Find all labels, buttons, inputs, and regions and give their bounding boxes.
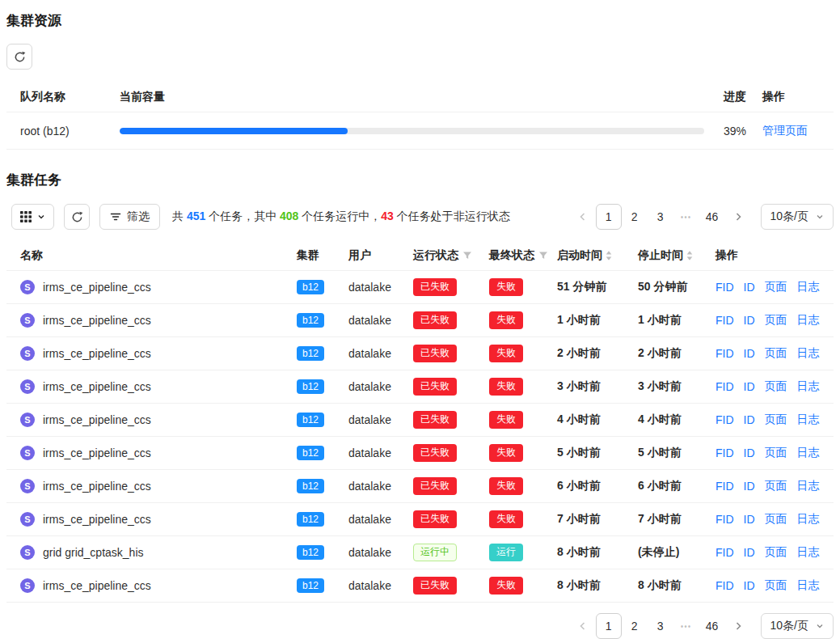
- manage-page-link[interactable]: 管理页面: [762, 124, 808, 137]
- fid-link[interactable]: FID: [715, 446, 734, 459]
- page-link[interactable]: 页面: [765, 379, 787, 394]
- task-name: irms_ce_pipeline_ccs: [43, 513, 151, 526]
- fid-link[interactable]: FID: [715, 281, 734, 294]
- stop-time: 8 小时前: [638, 578, 715, 593]
- id-link[interactable]: ID: [744, 281, 755, 294]
- id-link[interactable]: ID: [744, 314, 755, 327]
- resources-table-row: root (b12) 39% 管理页面: [6, 112, 834, 150]
- page-link[interactable]: 页面: [765, 578, 787, 593]
- log-link[interactable]: 日志: [797, 545, 820, 560]
- id-link[interactable]: ID: [744, 446, 755, 459]
- col-header-actions: 操作: [715, 248, 834, 263]
- page-link[interactable]: 页面: [765, 479, 787, 493]
- spark-avatar-icon: S: [20, 545, 35, 560]
- fid-link[interactable]: FID: [715, 413, 734, 426]
- log-link[interactable]: 日志: [797, 479, 820, 493]
- log-link[interactable]: 日志: [797, 379, 820, 394]
- page-button-46[interactable]: 46: [699, 204, 725, 230]
- pagination-ellipsis[interactable]: •••: [673, 622, 699, 631]
- next-page-button[interactable]: [725, 613, 751, 639]
- page-button-2[interactable]: 2: [622, 204, 648, 230]
- run-status-badge: 已失败: [413, 510, 457, 528]
- fid-link[interactable]: FID: [715, 513, 734, 526]
- id-link[interactable]: ID: [744, 513, 755, 526]
- id-link[interactable]: ID: [744, 413, 755, 426]
- task-summary: 共 451 个任务，其中 408 个任务运行中，43 个任务处于非运行状态: [172, 209, 510, 224]
- page-link[interactable]: 页面: [765, 545, 787, 560]
- page-size-select[interactable]: 10条/页: [761, 613, 834, 639]
- chevron-right-icon: [733, 621, 743, 631]
- filter-lines-icon: [110, 211, 121, 222]
- id-link[interactable]: ID: [744, 347, 755, 360]
- layout-dropdown-button[interactable]: [11, 204, 54, 230]
- log-link[interactable]: 日志: [797, 280, 820, 294]
- id-link[interactable]: ID: [744, 546, 755, 559]
- log-link[interactable]: 日志: [797, 578, 820, 593]
- pagination-top: 1 2 3 ••• 46 10条/页: [570, 204, 834, 230]
- page: 集群资源 队列名称 当前容量 进度 操作 root (b12) 39% 管理: [0, 0, 840, 639]
- fid-link[interactable]: FID: [715, 546, 734, 559]
- task-name: irms_ce_pipeline_ccs: [43, 347, 151, 360]
- log-link[interactable]: 日志: [797, 346, 820, 361]
- log-link[interactable]: 日志: [797, 512, 820, 527]
- task-name: irms_ce_pipeline_ccs: [43, 413, 151, 426]
- task-user: datalake: [348, 546, 413, 559]
- summary-text: 个任务运行中，: [298, 209, 381, 222]
- page-link[interactable]: 页面: [765, 313, 787, 328]
- cluster-badge: b12: [297, 545, 324, 560]
- log-link[interactable]: 日志: [797, 446, 820, 460]
- page-button-2[interactable]: 2: [622, 613, 648, 639]
- page-button-3[interactable]: 3: [648, 613, 673, 639]
- log-link[interactable]: 日志: [797, 413, 820, 427]
- final-status-badge: 失败: [489, 345, 523, 362]
- spark-avatar-icon: S: [20, 280, 35, 294]
- funnel-filter-icon[interactable]: [538, 251, 548, 260]
- task-row: S irms_ce_pipeline_ccs b12 datalake 已失败 …: [6, 337, 834, 370]
- filter-button[interactable]: 筛选: [99, 204, 160, 230]
- id-link[interactable]: ID: [744, 480, 755, 493]
- id-link[interactable]: ID: [744, 579, 755, 592]
- tasks-table-header: 名称 集群 用户 运行状态 最终状态 启动时间: [6, 241, 834, 271]
- page-link[interactable]: 页面: [765, 446, 787, 460]
- sort-icon[interactable]: [686, 250, 694, 261]
- funnel-filter-icon[interactable]: [462, 251, 472, 260]
- task-user: datalake: [348, 480, 413, 493]
- final-status-badge: 失败: [489, 577, 523, 595]
- refresh-icon: [71, 211, 83, 223]
- grid-icon: [20, 211, 32, 222]
- page-link[interactable]: 页面: [765, 512, 787, 527]
- col-header-capacity: 当前容量: [120, 90, 712, 104]
- pagination-ellipsis[interactable]: •••: [673, 213, 699, 222]
- fid-link[interactable]: FID: [715, 380, 734, 393]
- page-size-select[interactable]: 10条/页: [761, 204, 834, 230]
- stop-time: 7 小时前: [638, 512, 715, 527]
- task-name: irms_ce_pipeline_ccs: [43, 380, 151, 393]
- col-header-final-status: 最终状态: [489, 248, 557, 263]
- task-row: S irms_ce_pipeline_ccs b12 datalake 已失败 …: [6, 370, 834, 404]
- next-page-button[interactable]: [725, 204, 751, 230]
- task-row: S irms_ce_pipeline_ccs b12 datalake 已失败 …: [6, 569, 834, 603]
- id-link[interactable]: ID: [744, 380, 755, 393]
- resources-refresh-button[interactable]: [6, 44, 32, 70]
- fid-link[interactable]: FID: [715, 347, 734, 360]
- sort-icon[interactable]: [605, 250, 613, 261]
- col-header-cluster: 集群: [297, 248, 348, 263]
- page-button-46[interactable]: 46: [699, 613, 725, 639]
- fid-link[interactable]: FID: [715, 579, 734, 592]
- fid-link[interactable]: FID: [715, 314, 734, 327]
- tasks-refresh-button[interactable]: [64, 204, 90, 230]
- prev-page-button[interactable]: [570, 204, 596, 230]
- prev-page-button[interactable]: [570, 613, 596, 639]
- page-button-3[interactable]: 3: [648, 204, 673, 230]
- fid-link[interactable]: FID: [715, 480, 734, 493]
- page-link[interactable]: 页面: [765, 346, 787, 361]
- run-status-badge: 已失败: [413, 378, 457, 396]
- page-button-1[interactable]: 1: [596, 613, 622, 639]
- page-button-1[interactable]: 1: [596, 204, 622, 230]
- log-link[interactable]: 日志: [797, 313, 820, 328]
- task-name: irms_ce_pipeline_ccs: [43, 579, 151, 592]
- start-time: 6 小时前: [557, 479, 638, 493]
- page-link[interactable]: 页面: [765, 413, 787, 427]
- page-size-value: 10条/页: [770, 619, 808, 633]
- page-link[interactable]: 页面: [765, 280, 787, 294]
